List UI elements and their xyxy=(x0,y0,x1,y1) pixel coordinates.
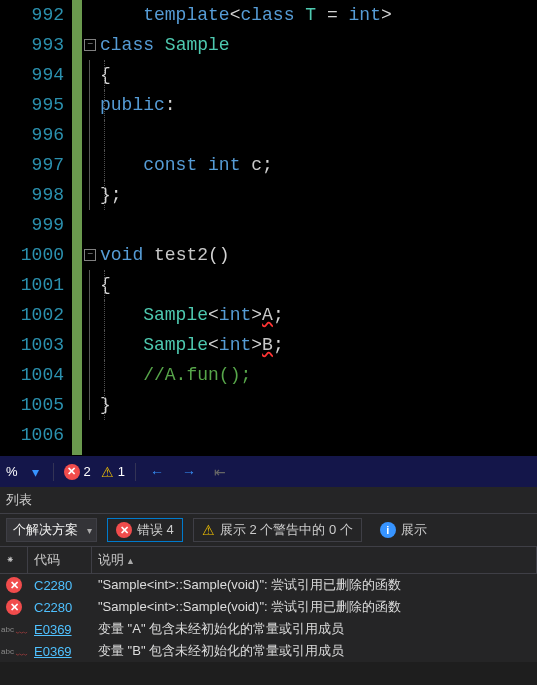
wavy-underline-icon: ﹏ xyxy=(16,643,27,660)
error-code-link[interactable]: E0369 xyxy=(34,622,72,637)
line-number: 1001 xyxy=(0,270,64,300)
sort-asc-icon: ▲ xyxy=(126,556,135,566)
error-list-toolbar: 个解决方案 ✕ 错误 4 ⚠ 展示 2 个警告中的 0 个 i 展示 xyxy=(0,513,537,547)
warnings-filter-label: 展示 2 个警告中的 0 个 xyxy=(220,521,353,539)
line-number: 1004 xyxy=(0,360,64,390)
error-count-value: 2 xyxy=(84,464,91,479)
code-line[interactable]: //A.fun(); xyxy=(100,360,537,390)
error-list-header: ⁕ 代码 说明▲ xyxy=(0,547,537,574)
fold-toggle-icon[interactable]: − xyxy=(84,249,96,261)
nav-end-icon: ⇤ xyxy=(210,464,230,480)
code-line[interactable]: public: xyxy=(100,90,537,120)
error-code: E0369 xyxy=(28,643,92,660)
error-list-body: ✕C2280"Sample<int>::Sample(void)": 尝试引用已… xyxy=(0,574,537,662)
code-line[interactable]: Sample<int>A; xyxy=(100,300,537,330)
line-number: 994 xyxy=(0,60,64,90)
nav-back-icon[interactable]: ← xyxy=(146,464,168,480)
error-code-link[interactable]: E0369 xyxy=(34,644,72,659)
error-icon: ✕ xyxy=(64,464,80,480)
errors-filter-button[interactable]: ✕ 错误 4 xyxy=(107,518,183,542)
line-number-gutter: 9929939949959969979989991000100110021003… xyxy=(0,0,72,455)
line-number: 996 xyxy=(0,120,64,150)
code-line[interactable]: { xyxy=(100,270,537,300)
zoom-indicator[interactable]: % xyxy=(6,464,18,479)
line-number: 999 xyxy=(0,210,64,240)
error-description: "Sample<int>::Sample(void)": 尝试引用已删除的函数 xyxy=(92,575,537,595)
error-description: 变量 "B" 包含未经初始化的常量或引用成员 xyxy=(92,641,537,661)
errors-filter-label: 错误 4 xyxy=(137,521,174,539)
scope-label: 个解决方案 xyxy=(13,521,78,539)
fold-toggle-icon[interactable]: − xyxy=(84,39,96,51)
error-row[interactable]: ✕C2280"Sample<int>::Sample(void)": 尝试引用已… xyxy=(0,574,537,596)
error-icon: ✕ xyxy=(6,577,22,593)
warning-icon: ⚠ xyxy=(101,464,114,480)
error-row[interactable]: abc﹏E0369变量 "A" 包含未经初始化的常量或引用成员 xyxy=(0,618,537,640)
dropdown-icon[interactable]: ▾ xyxy=(28,464,43,480)
code-line[interactable] xyxy=(100,210,537,240)
abc-icon: abc xyxy=(1,647,14,656)
code-line[interactable]: } xyxy=(100,390,537,420)
error-description: 变量 "A" 包含未经初始化的常量或引用成员 xyxy=(92,619,537,639)
code-line[interactable]: const int c; xyxy=(100,150,537,180)
line-number: 992 xyxy=(0,0,64,30)
warning-icon: ⚠ xyxy=(202,522,215,538)
error-row[interactable]: ✕C2280"Sample<int>::Sample(void)": 尝试引用已… xyxy=(0,596,537,618)
separator xyxy=(53,463,54,481)
change-margin xyxy=(72,0,82,455)
col-desc[interactable]: 说明▲ xyxy=(92,547,537,573)
scope-dropdown[interactable]: 个解决方案 xyxy=(6,518,97,542)
code-line[interactable]: void test2() xyxy=(100,240,537,270)
error-list-panel: 列表 个解决方案 ✕ 错误 4 ⚠ 展示 2 个警告中的 0 个 i 展示 ⁕ … xyxy=(0,487,537,662)
status-bar: % ▾ ✕ 2 ⚠ 1 ← → ⇤ xyxy=(0,455,537,487)
warning-count-value: 1 xyxy=(118,464,125,479)
separator xyxy=(135,463,136,481)
line-number: 998 xyxy=(0,180,64,210)
line-number: 1006 xyxy=(0,420,64,450)
error-code: E0369 xyxy=(28,621,92,638)
code-editor[interactable]: 9929939949959969979989991000100110021003… xyxy=(0,0,537,455)
line-number: 997 xyxy=(0,150,64,180)
col-icon[interactable]: ⁕ xyxy=(0,547,28,573)
code-line[interactable]: }; xyxy=(100,180,537,210)
code-line[interactable]: template<class T = int> xyxy=(100,0,537,30)
error-row[interactable]: abc﹏E0369变量 "B" 包含未经初始化的常量或引用成员 xyxy=(0,640,537,662)
panel-title: 列表 xyxy=(0,487,537,513)
line-number: 1005 xyxy=(0,390,64,420)
warnings-filter-button[interactable]: ⚠ 展示 2 个警告中的 0 个 xyxy=(193,518,362,542)
wavy-underline-icon: ﹏ xyxy=(16,621,27,638)
info-filter-button[interactable]: i 展示 xyxy=(372,518,435,542)
code-line[interactable] xyxy=(100,420,537,450)
abc-icon: abc xyxy=(1,625,14,634)
code-area[interactable]: template<class T = int>class Sample{publ… xyxy=(100,0,537,455)
code-line[interactable]: { xyxy=(100,60,537,90)
code-line[interactable]: class Sample xyxy=(100,30,537,60)
line-number: 993 xyxy=(0,30,64,60)
code-line[interactable] xyxy=(100,120,537,150)
error-icon: ✕ xyxy=(6,599,22,615)
warning-count[interactable]: ⚠ 1 xyxy=(101,464,125,480)
error-icon: ✕ xyxy=(116,522,132,538)
nav-forward-icon[interactable]: → xyxy=(178,464,200,480)
line-number: 1000 xyxy=(0,240,64,270)
code-line[interactable]: Sample<int>B; xyxy=(100,330,537,360)
fold-column: −− xyxy=(82,0,100,455)
info-filter-label: 展示 xyxy=(401,521,427,539)
error-code: C2280 xyxy=(28,599,92,616)
error-count[interactable]: ✕ 2 xyxy=(64,464,91,480)
line-number: 1002 xyxy=(0,300,64,330)
col-code[interactable]: 代码 xyxy=(28,547,92,573)
error-description: "Sample<int>::Sample(void)": 尝试引用已删除的函数 xyxy=(92,597,537,617)
line-number: 1003 xyxy=(0,330,64,360)
error-code: C2280 xyxy=(28,577,92,594)
line-number: 995 xyxy=(0,90,64,120)
info-icon: i xyxy=(380,522,396,538)
